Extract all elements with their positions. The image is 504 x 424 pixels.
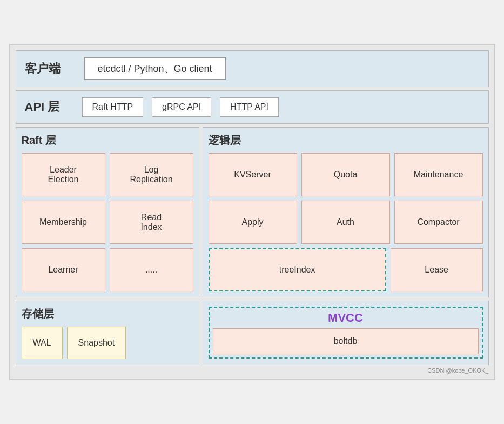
log-replication-cell: LogReplication <box>110 153 193 196</box>
api-label: API 层 <box>25 99 73 115</box>
read-index-cell: ReadIndex <box>110 201 193 244</box>
logic-title: 逻辑层 <box>209 133 483 148</box>
mvcc-dashed-container: MVCC boltdb <box>209 307 483 359</box>
api-box-grpc: gRPC API <box>152 97 211 117</box>
ellipsis-cell: ..... <box>110 248 193 292</box>
raft-title: Raft 层 <box>22 133 193 148</box>
api-box-http: HTTP API <box>220 97 279 117</box>
logic-row3: treeIndex Lease <box>209 248 483 292</box>
auth-cell: Auth <box>301 201 390 244</box>
lease-cell: Lease <box>391 248 483 292</box>
storage-left: 存储层 WAL Snapshot <box>16 301 199 365</box>
watermark: CSDN @kobe_OKOK_ <box>16 367 489 374</box>
boltdb-cell: boltdb <box>213 328 479 354</box>
storage-grid: WAL Snapshot <box>22 327 193 359</box>
client-row: 客户端 etcdctl / Python、Go client <box>16 50 489 87</box>
wal-cell: WAL <box>22 327 63 359</box>
client-box: etcdctl / Python、Go client <box>84 57 226 80</box>
maintenance-cell: Maintenance <box>394 153 483 196</box>
membership-cell: Membership <box>22 201 105 244</box>
treeindex-cell: treeIndex <box>209 248 386 292</box>
learner-cell: Learner <box>22 248 105 292</box>
storage-title: 存储层 <box>22 307 193 321</box>
raft-panel: Raft 层 LeaderElection LogReplication Mem… <box>16 127 199 297</box>
middle-section: Raft 层 LeaderElection LogReplication Mem… <box>16 127 489 297</box>
leader-election-cell: LeaderElection <box>22 153 105 196</box>
mvcc-label: MVCC <box>213 311 479 325</box>
apply-cell: Apply <box>209 201 297 244</box>
raft-grid: LeaderElection LogReplication Membership… <box>22 153 193 292</box>
storage-right: MVCC boltdb <box>203 301 489 365</box>
logic-top-grid: KVServer Quota Maintenance Apply Auth Co… <box>209 153 483 244</box>
api-row: API 层 Raft HTTP gRPC API HTTP API <box>16 90 489 124</box>
snapshot-cell: Snapshot <box>67 327 126 359</box>
diagram: 客户端 etcdctl / Python、Go client API 层 Raf… <box>9 44 495 380</box>
storage-section: 存储层 WAL Snapshot MVCC boltdb <box>16 301 489 365</box>
compactor-cell: Compactor <box>394 201 483 244</box>
kvserver-cell: KVServer <box>209 153 297 196</box>
quota-cell: Quota <box>301 153 390 196</box>
api-box-raft-http: Raft HTTP <box>82 97 144 117</box>
client-label: 客户端 <box>25 61 73 77</box>
logic-panel: 逻辑层 KVServer Quota Maintenance Apply Aut… <box>203 127 489 297</box>
